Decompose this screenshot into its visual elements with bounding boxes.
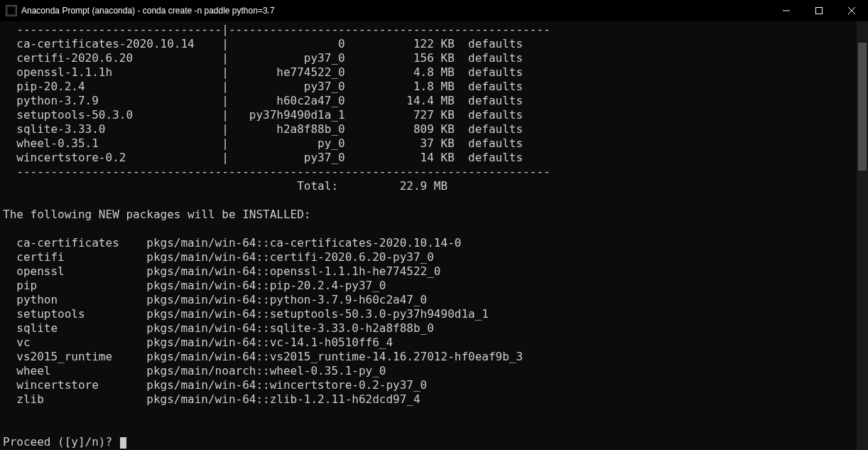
window-controls xyxy=(770,0,868,21)
close-button[interactable] xyxy=(835,0,868,21)
maximize-button[interactable] xyxy=(803,0,835,21)
scrollbar-thumb[interactable] xyxy=(858,43,867,171)
minimize-icon xyxy=(783,7,790,14)
window-titlebar: Anaconda Prompt (anaconda) - conda creat… xyxy=(0,0,868,21)
prompt-text: Proceed ([y]/n)? xyxy=(3,435,119,449)
proceed-prompt[interactable]: Proceed ([y]/n)? xyxy=(3,435,868,449)
terminal-icon xyxy=(6,5,17,16)
scrollbar-track[interactable] xyxy=(857,21,868,450)
terminal-output[interactable]: ------------------------------|---------… xyxy=(0,21,868,450)
maximize-icon xyxy=(815,7,823,14)
minimize-button[interactable] xyxy=(770,0,803,21)
svg-rect-1 xyxy=(816,8,823,14)
text-cursor xyxy=(120,437,126,449)
window-title: Anaconda Prompt (anaconda) - conda creat… xyxy=(21,6,770,16)
close-icon xyxy=(848,7,855,14)
